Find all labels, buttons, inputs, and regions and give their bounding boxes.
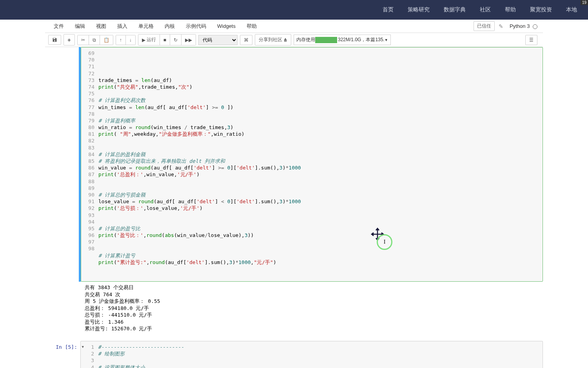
nav-datadict[interactable]: 数据字典 — [437, 6, 473, 13]
edit-icon[interactable]: ✎ — [495, 23, 507, 29]
toolbar: + ✂ ⧉ 📋 ↑ ↓ ▶运行 ■ ↻ ▶▶ 代码 ⌘ 分享到社区 ⋔ 内存使用… — [45, 33, 543, 47]
cut-button[interactable]: ✂ — [78, 35, 89, 45]
share-button[interactable]: 分享到社区 ⋔ — [255, 34, 291, 46]
memory-text: 322M/1.0G，本篇135. — [338, 36, 385, 43]
menu-example[interactable]: 示例代码 — [180, 20, 212, 32]
menu-help[interactable]: 帮助 — [241, 20, 262, 32]
run-button[interactable]: ▶运行 — [138, 35, 160, 45]
nav-invest[interactable]: 聚宽投资 — [523, 6, 559, 13]
input-prompt — [45, 47, 80, 338]
menu-kernel[interactable]: 内核 — [159, 20, 180, 32]
menu-cell[interactable]: 单元格 — [133, 20, 159, 32]
line-gutter: 1▼234 — [81, 344, 98, 368]
kernel-name[interactable]: Python 3 — [507, 23, 540, 29]
menu-view[interactable]: 视图 — [91, 20, 112, 32]
notebook-area[interactable]: 6970717273747576777879808182838485868788… — [45, 47, 543, 368]
line-gutter: 6970717273747576777879808182838485868788… — [81, 50, 98, 279]
code-cell[interactable]: In [5]: 1▼234 #-------------------------… — [45, 341, 543, 368]
menu-bar: 文件 编辑 视图 插入 单元格 内核 示例代码 Widgets 帮助 已信任 ✎… — [45, 20, 543, 33]
menu-widgets[interactable]: Widgets — [212, 21, 241, 31]
nav-local[interactable]: 本地 — [559, 6, 584, 13]
stop-button[interactable]: ■ — [160, 35, 170, 45]
kernel-status-icon — [533, 24, 537, 29]
memory-usage[interactable]: 内存使用 322M/1.0G，本篇135.▼ — [294, 35, 391, 45]
nav-help[interactable]: 帮助 — [498, 6, 523, 13]
move-down-button[interactable]: ↓ — [126, 35, 135, 45]
fastforward-button[interactable]: ▶▶ — [181, 35, 196, 45]
memory-bar — [315, 37, 337, 43]
menu-edit[interactable]: 编辑 — [69, 20, 91, 32]
code-text[interactable]: I trade_times = len(au_df)print("共交易",tr… — [98, 50, 543, 279]
code-input-area[interactable]: 1▼234 #---------------------------# 绘制图形… — [80, 341, 543, 368]
menu-file[interactable]: 文件 — [48, 20, 69, 32]
code-cell[interactable]: 6970717273747576777879808182838485868788… — [45, 47, 543, 338]
restart-button[interactable]: ↻ — [170, 35, 181, 45]
cell-type-select[interactable]: 代码 — [198, 35, 238, 45]
add-cell-button[interactable]: + — [64, 34, 75, 46]
top-nav: 首页 策略研究 数据字典 社区 帮助 聚宽投资 本地 19 — [0, 0, 588, 20]
copy-button[interactable]: ⧉ — [89, 35, 100, 45]
trusted-indicator[interactable]: 已信任 — [474, 21, 495, 31]
code-text[interactable]: #---------------------------# 绘制图形# 设置图形… — [98, 344, 543, 368]
input-prompt: In [5]: — [45, 341, 80, 368]
nav-home[interactable]: 首页 — [376, 6, 401, 13]
nav-strategy[interactable]: 策略研究 — [401, 6, 437, 13]
code-input-area[interactable]: 6970717273747576777879808182838485868788… — [81, 47, 543, 282]
toc-button[interactable]: ☰ — [525, 35, 537, 45]
paste-button[interactable]: 📋 — [100, 35, 113, 45]
move-up-button[interactable]: ↑ — [116, 35, 126, 45]
nav-community[interactable]: 社区 — [473, 6, 498, 13]
cell-output: 共有 3843 个交易日 共交易 764 次 周 5 沪金做多盈利概率： 0.5… — [81, 282, 543, 338]
notification-badge[interactable]: 19 — [581, 0, 588, 5]
memory-label: 内存使用 — [296, 36, 315, 43]
save-button[interactable] — [48, 35, 61, 45]
command-palette-button[interactable]: ⌘ — [240, 35, 252, 45]
menu-insert[interactable]: 插入 — [112, 20, 133, 32]
